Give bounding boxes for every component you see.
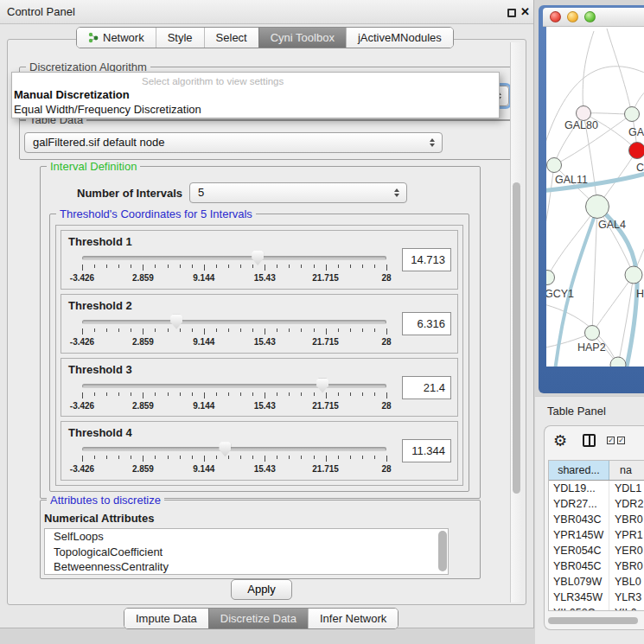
slider-track[interactable] bbox=[82, 320, 386, 324]
table-horizontal-scrollbar[interactable] bbox=[548, 617, 641, 624]
gear-icon[interactable]: ⚙ bbox=[553, 431, 567, 450]
tab-jactivemnodules[interactable]: jActiveMNodules bbox=[346, 28, 453, 48]
cell-name[interactable]: YBL0 bbox=[609, 574, 644, 590]
column-header-shared-name[interactable]: shared... bbox=[549, 461, 609, 480]
tab-discretize-data[interactable]: Discretize Data bbox=[208, 609, 308, 628]
table-row[interactable]: YDR27...YDR2 bbox=[549, 496, 644, 512]
list-scrollbar[interactable] bbox=[438, 531, 447, 571]
network-window-titlebar bbox=[543, 8, 644, 27]
network-node[interactable] bbox=[547, 158, 562, 173]
attribute-list-item[interactable]: SelfLoops bbox=[45, 529, 448, 545]
network-canvas[interactable]: GAL80GALCGAL11GAL4GCY1HHAP2 bbox=[546, 27, 644, 367]
close-icon[interactable]: ✕ bbox=[520, 5, 530, 18]
cell-name[interactable]: YDL1 bbox=[609, 481, 644, 496]
network-node[interactable] bbox=[629, 143, 644, 159]
column-header-name[interactable]: na bbox=[609, 461, 644, 480]
column-layout-icon[interactable] bbox=[583, 434, 596, 447]
node-table[interactable]: shared... na YDL19...YDL1YDR27...YDR2YBR… bbox=[548, 460, 644, 611]
tick-mark bbox=[240, 392, 241, 396]
cell-shared-name[interactable]: YER054C bbox=[549, 543, 609, 558]
network-node[interactable] bbox=[546, 271, 555, 285]
threshold-value-field[interactable]: 14.713 bbox=[402, 248, 451, 271]
cell-name[interactable]: YLR3 bbox=[609, 590, 644, 605]
apply-button[interactable]: Apply bbox=[231, 579, 292, 600]
tick-mark bbox=[143, 392, 143, 399]
threshold-value-field[interactable]: 6.316 bbox=[402, 312, 451, 335]
network-node[interactable] bbox=[625, 107, 640, 122]
attribute-list-item[interactable]: BetweennessCentrality bbox=[45, 559, 448, 575]
tick-mark bbox=[216, 265, 217, 268]
tick-label: -3.426 bbox=[70, 337, 94, 347]
network-node[interactable] bbox=[585, 326, 600, 341]
dropdown-item-equal-width-frequency[interactable]: Equal Width/Frequency Discretization bbox=[14, 103, 201, 116]
tab-style[interactable]: Style bbox=[156, 28, 204, 48]
table-row[interactable]: YLR345WYLR3 bbox=[549, 590, 644, 605]
slider-track[interactable] bbox=[82, 384, 386, 388]
numerical-attributes-list[interactable]: SelfLoopsTopologicalCoefficientBetweenne… bbox=[44, 528, 449, 575]
tick-label: 21.715 bbox=[312, 337, 339, 347]
close-traffic-light-icon[interactable] bbox=[550, 11, 561, 22]
dropdown-hint-item[interactable]: Select algorithm to view settings bbox=[142, 76, 284, 86]
slider-track[interactable] bbox=[82, 447, 386, 451]
network-node[interactable] bbox=[625, 266, 642, 284]
cell-shared-name[interactable]: YBR043C bbox=[549, 512, 609, 527]
slider-track[interactable] bbox=[82, 256, 386, 260]
table-row[interactable]: YER054CYER0 bbox=[549, 543, 644, 558]
tick-mark bbox=[252, 265, 253, 268]
tick-mark bbox=[338, 392, 339, 396]
slider-thumb[interactable] bbox=[252, 251, 264, 265]
cell-shared-name[interactable]: YDL19... bbox=[549, 481, 609, 496]
table-row[interactable]: YBR043CYBR0 bbox=[549, 512, 644, 527]
checkbox-icon[interactable]: ✓ bbox=[617, 437, 625, 444]
cell-shared-name[interactable]: YBL079W bbox=[549, 574, 609, 590]
tab-cyni-toolbox[interactable]: Cyni Toolbox bbox=[258, 28, 346, 48]
tab-impute-data[interactable]: Impute Data bbox=[124, 609, 208, 628]
checkbox-icon[interactable]: ✓ bbox=[607, 437, 615, 444]
threshold-slider[interactable]: -3.4262.8599.14415.4321.71528 bbox=[82, 320, 386, 349]
slider-thumb[interactable] bbox=[219, 442, 231, 456]
cell-name[interactable]: YIL0 bbox=[609, 605, 644, 611]
tab-select[interactable]: Select bbox=[204, 28, 258, 48]
slider-thumb[interactable] bbox=[170, 315, 182, 329]
number-of-intervals-label: Number of Intervals bbox=[77, 187, 182, 200]
threshold-value-field[interactable]: 21.4 bbox=[402, 376, 451, 399]
slider-thumb[interactable] bbox=[316, 379, 328, 393]
scrollbar-thumb[interactable] bbox=[513, 182, 520, 494]
threshold-slider[interactable]: -3.4262.8599.14415.4321.71528 bbox=[82, 384, 386, 413]
cell-name[interactable]: YDR2 bbox=[609, 496, 644, 512]
network-node[interactable] bbox=[577, 106, 591, 121]
attribute-list-item[interactable]: TopologicalCoefficient bbox=[45, 545, 448, 560]
cell-name[interactable]: YPR1 bbox=[609, 527, 644, 543]
minimize-traffic-light-icon[interactable] bbox=[567, 11, 578, 22]
float-window-icon[interactable] bbox=[507, 9, 516, 17]
content-scrollbar[interactable] bbox=[510, 42, 522, 603]
cell-shared-name[interactable]: YBR045C bbox=[549, 558, 609, 574]
cell-name[interactable]: YER0 bbox=[609, 543, 644, 558]
threshold-slider[interactable]: -3.4262.8599.14415.4321.71528 bbox=[82, 447, 386, 476]
cell-name[interactable]: YBR0 bbox=[609, 558, 644, 574]
tab-infer-network[interactable]: Infer Network bbox=[308, 609, 398, 628]
cell-shared-name[interactable]: YDR27... bbox=[549, 496, 609, 512]
table-row[interactable]: YDL19...YDL1 bbox=[549, 481, 644, 496]
tab-network[interactable]: Network bbox=[77, 28, 156, 48]
dropdown-item-manual-discretization[interactable]: Manual Discretization bbox=[14, 88, 130, 101]
network-node[interactable] bbox=[586, 195, 609, 219]
table-row[interactable]: YIL052CYIL0 bbox=[549, 605, 644, 611]
tick-mark bbox=[94, 328, 95, 332]
cell-shared-name[interactable]: YPR145W bbox=[549, 527, 609, 543]
table-row[interactable]: YBL079WYBL0 bbox=[549, 574, 644, 590]
table-data-combobox[interactable]: galFiltered.sif default node bbox=[24, 132, 443, 153]
scrollbar-thumb[interactable] bbox=[548, 617, 638, 624]
zoom-traffic-light-icon[interactable] bbox=[584, 11, 596, 22]
table-row[interactable]: YPR145WYPR1 bbox=[549, 527, 644, 543]
cell-shared-name[interactable]: YLR345W bbox=[549, 590, 609, 605]
number-of-intervals-combobox[interactable]: 5 bbox=[189, 182, 407, 203]
tick-mark bbox=[118, 265, 119, 268]
cell-name[interactable]: YBR0 bbox=[609, 512, 644, 527]
cell-shared-name[interactable]: YIL052C bbox=[549, 605, 609, 611]
threshold-value-field[interactable]: 11.344 bbox=[402, 439, 451, 462]
table-row[interactable]: YBR045CYBR0 bbox=[549, 558, 644, 574]
threshold-slider[interactable]: -3.4262.8599.14415.4321.71528 bbox=[82, 256, 386, 285]
tick-mark bbox=[168, 456, 169, 459]
tick-label: -3.426 bbox=[70, 464, 94, 474]
